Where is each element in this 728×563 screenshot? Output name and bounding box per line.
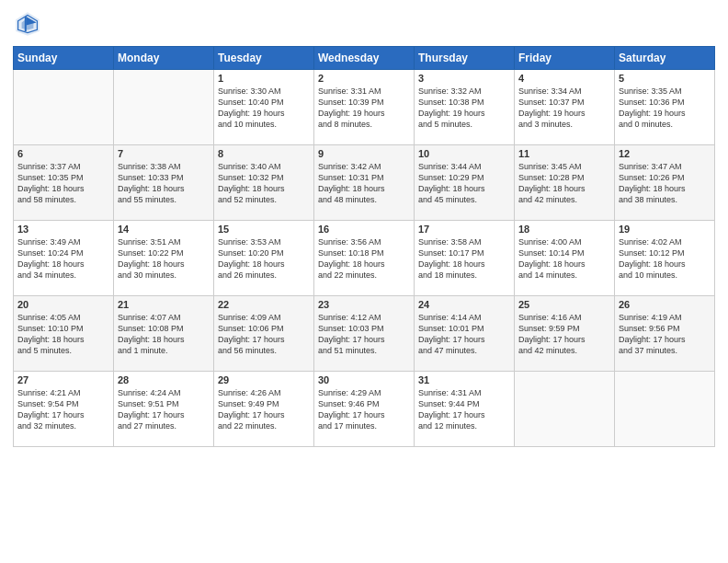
day-info: Sunrise: 3:37 AMSunset: 10:35 PMDaylight… — [17, 161, 109, 206]
calendar-cell: 10Sunrise: 3:44 AMSunset: 10:29 PMDaylig… — [415, 145, 515, 221]
day-info: Sunrise: 3:45 AMSunset: 10:28 PMDaylight… — [518, 161, 610, 206]
day-info: Sunrise: 4:09 AMSunset: 10:06 PMDaylight… — [218, 312, 310, 357]
day-info: Sunrise: 4:24 AMSunset: 9:51 PMDaylight:… — [118, 387, 210, 432]
week-row-3: 13Sunrise: 3:49 AMSunset: 10:24 PMDaylig… — [14, 221, 715, 296]
calendar-cell: 6Sunrise: 3:37 AMSunset: 10:35 PMDayligh… — [14, 145, 114, 221]
calendar-cell: 26Sunrise: 4:19 AMSunset: 9:56 PMDayligh… — [615, 296, 715, 372]
day-number: 16 — [318, 224, 410, 235]
day-info: Sunrise: 3:31 AMSunset: 10:39 PMDaylight… — [318, 86, 410, 131]
day-info: Sunrise: 3:30 AMSunset: 10:40 PMDaylight… — [218, 86, 310, 131]
calendar-cell: 14Sunrise: 3:51 AMSunset: 10:22 PMDaylig… — [114, 221, 214, 296]
calendar-cell: 18Sunrise: 4:00 AMSunset: 10:14 PMDaylig… — [515, 221, 615, 296]
calendar-cell: 13Sunrise: 3:49 AMSunset: 10:24 PMDaylig… — [14, 221, 114, 296]
weekday-header-saturday: Saturday — [615, 47, 715, 70]
day-number: 14 — [118, 224, 210, 235]
day-number: 22 — [218, 299, 310, 310]
day-number: 11 — [518, 148, 610, 159]
day-number: 30 — [318, 374, 410, 385]
page: SundayMondayTuesdayWednesdayThursdayFrid… — [0, 0, 728, 563]
calendar-cell — [615, 372, 715, 447]
day-number: 10 — [418, 148, 510, 159]
day-number: 18 — [518, 224, 610, 235]
day-number: 31 — [418, 374, 510, 385]
day-number: 28 — [118, 374, 210, 385]
day-info: Sunrise: 4:14 AMSunset: 10:01 PMDaylight… — [418, 312, 510, 357]
calendar-cell: 8Sunrise: 3:40 AMSunset: 10:32 PMDayligh… — [214, 145, 314, 221]
day-info: Sunrise: 3:53 AMSunset: 10:20 PMDaylight… — [218, 236, 310, 282]
day-info: Sunrise: 4:12 AMSunset: 10:03 PMDaylight… — [318, 312, 410, 357]
calendar-cell: 31Sunrise: 4:31 AMSunset: 9:44 PMDayligh… — [415, 372, 515, 447]
calendar-cell: 29Sunrise: 4:26 AMSunset: 9:49 PMDayligh… — [214, 372, 314, 447]
calendar-cell: 9Sunrise: 3:42 AMSunset: 10:31 PMDayligh… — [314, 145, 415, 221]
weekday-header-row: SundayMondayTuesdayWednesdayThursdayFrid… — [14, 47, 715, 70]
calendar-cell: 25Sunrise: 4:16 AMSunset: 9:59 PMDayligh… — [515, 296, 615, 372]
weekday-header-wednesday: Wednesday — [314, 47, 415, 70]
calendar-cell: 12Sunrise: 3:47 AMSunset: 10:26 PMDaylig… — [615, 145, 715, 221]
day-number: 19 — [619, 224, 711, 235]
day-number: 25 — [518, 299, 610, 310]
weekday-header-tuesday: Tuesday — [214, 47, 314, 70]
day-number: 21 — [118, 299, 210, 310]
day-number: 15 — [218, 224, 310, 235]
day-number: 13 — [17, 224, 109, 235]
day-info: Sunrise: 3:44 AMSunset: 10:29 PMDaylight… — [418, 161, 510, 206]
day-number: 2 — [318, 73, 410, 84]
day-info: Sunrise: 4:00 AMSunset: 10:14 PMDaylight… — [518, 236, 610, 282]
day-number: 3 — [418, 73, 510, 84]
day-info: Sunrise: 3:42 AMSunset: 10:31 PMDaylight… — [318, 161, 410, 206]
weekday-header-monday: Monday — [114, 47, 214, 70]
day-info: Sunrise: 4:31 AMSunset: 9:44 PMDaylight:… — [418, 387, 510, 432]
day-info: Sunrise: 3:47 AMSunset: 10:26 PMDaylight… — [619, 161, 711, 206]
calendar-cell: 11Sunrise: 3:45 AMSunset: 10:28 PMDaylig… — [515, 145, 615, 221]
day-number: 7 — [118, 148, 210, 159]
day-info: Sunrise: 3:51 AMSunset: 10:22 PMDaylight… — [118, 236, 210, 282]
day-info: Sunrise: 3:34 AMSunset: 10:37 PMDaylight… — [518, 86, 610, 131]
day-info: Sunrise: 3:56 AMSunset: 10:18 PMDaylight… — [318, 236, 410, 282]
svg-rect-4 — [25, 17, 27, 31]
day-number: 29 — [218, 374, 310, 385]
day-number: 8 — [218, 148, 310, 159]
day-info: Sunrise: 4:21 AMSunset: 9:54 PMDaylight:… — [17, 387, 109, 432]
day-number: 24 — [418, 299, 510, 310]
calendar-table: SundayMondayTuesdayWednesdayThursdayFrid… — [13, 46, 715, 447]
day-info: Sunrise: 3:38 AMSunset: 10:33 PMDaylight… — [118, 161, 210, 206]
day-number: 23 — [318, 299, 410, 310]
calendar-cell — [114, 70, 214, 145]
day-info: Sunrise: 3:49 AMSunset: 10:24 PMDaylight… — [17, 236, 109, 282]
day-info: Sunrise: 4:26 AMSunset: 9:49 PMDaylight:… — [218, 387, 310, 432]
week-row-5: 27Sunrise: 4:21 AMSunset: 9:54 PMDayligh… — [14, 372, 715, 447]
day-number: 5 — [619, 73, 711, 84]
weekday-header-sunday: Sunday — [14, 47, 114, 70]
calendar-cell: 19Sunrise: 4:02 AMSunset: 10:12 PMDaylig… — [615, 221, 715, 296]
calendar-cell: 1Sunrise: 3:30 AMSunset: 10:40 PMDayligh… — [214, 70, 314, 145]
calendar-cell: 17Sunrise: 3:58 AMSunset: 10:17 PMDaylig… — [415, 221, 515, 296]
calendar-cell: 23Sunrise: 4:12 AMSunset: 10:03 PMDaylig… — [314, 296, 415, 372]
day-number: 26 — [619, 299, 711, 310]
day-number: 27 — [17, 374, 109, 385]
logo — [13, 9, 46, 39]
week-row-2: 6Sunrise: 3:37 AMSunset: 10:35 PMDayligh… — [14, 145, 715, 221]
day-number: 12 — [619, 148, 711, 159]
calendar-cell — [14, 70, 114, 145]
calendar-cell: 5Sunrise: 3:35 AMSunset: 10:36 PMDayligh… — [615, 70, 715, 145]
calendar-cell: 16Sunrise: 3:56 AMSunset: 10:18 PMDaylig… — [314, 221, 415, 296]
header — [13, 9, 715, 39]
calendar-cell: 20Sunrise: 4:05 AMSunset: 10:10 PMDaylig… — [14, 296, 114, 372]
day-info: Sunrise: 4:07 AMSunset: 10:08 PMDaylight… — [118, 312, 210, 357]
calendar-cell: 2Sunrise: 3:31 AMSunset: 10:39 PMDayligh… — [314, 70, 415, 145]
calendar-cell: 30Sunrise: 4:29 AMSunset: 9:46 PMDayligh… — [314, 372, 415, 447]
calendar-cell: 15Sunrise: 3:53 AMSunset: 10:20 PMDaylig… — [214, 221, 314, 296]
day-info: Sunrise: 4:16 AMSunset: 9:59 PMDaylight:… — [518, 312, 610, 357]
calendar-cell: 24Sunrise: 4:14 AMSunset: 10:01 PMDaylig… — [415, 296, 515, 372]
day-number: 6 — [17, 148, 109, 159]
calendar-cell — [515, 372, 615, 447]
calendar-cell: 21Sunrise: 4:07 AMSunset: 10:08 PMDaylig… — [114, 296, 214, 372]
logo-icon — [13, 9, 42, 39]
calendar-cell: 27Sunrise: 4:21 AMSunset: 9:54 PMDayligh… — [14, 372, 114, 447]
day-number: 17 — [418, 224, 510, 235]
day-info: Sunrise: 4:02 AMSunset: 10:12 PMDaylight… — [619, 236, 711, 282]
day-number: 9 — [318, 148, 410, 159]
calendar-cell: 28Sunrise: 4:24 AMSunset: 9:51 PMDayligh… — [114, 372, 214, 447]
day-number: 1 — [218, 73, 310, 84]
day-info: Sunrise: 3:40 AMSunset: 10:32 PMDaylight… — [218, 161, 310, 206]
